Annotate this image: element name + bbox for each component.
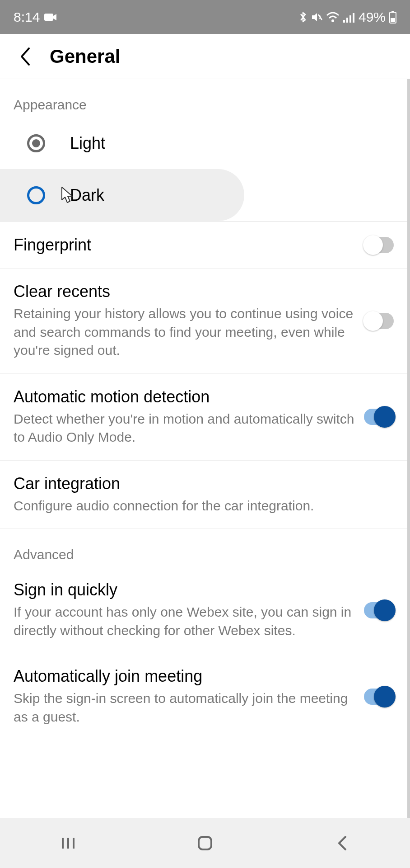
clear-recents-desc: Retaining your history allows you to con… <box>14 305 355 360</box>
motion-toggle[interactable] <box>364 409 394 425</box>
sign-in-quickly-row[interactable]: Sign in quickly If your account has only… <box>0 567 407 653</box>
clear-recents-title: Clear recents <box>14 282 355 301</box>
app-header: General <box>0 34 410 79</box>
signin-title: Sign in quickly <box>14 580 355 599</box>
appearance-light-option[interactable]: Light <box>0 117 407 169</box>
clear-recents-row[interactable]: Clear recents Retaining your history all… <box>0 268 407 373</box>
signin-desc: If your account has only one Webex site,… <box>14 603 355 640</box>
status-time: 8:14 <box>14 9 40 25</box>
autojoin-toggle[interactable] <box>364 689 394 705</box>
car-desc: Configure audio connection for the car i… <box>14 497 385 515</box>
battery-percent: 49% <box>359 9 386 25</box>
motion-desc: Detect whether you're in motion and auto… <box>14 410 355 447</box>
battery-icon <box>389 11 396 24</box>
appearance-dark-option[interactable]: Dark <box>0 169 244 221</box>
car-title: Car integration <box>14 474 385 493</box>
fingerprint-row[interactable]: Fingerprint <box>0 222 407 268</box>
back-button[interactable] <box>14 45 36 68</box>
svg-rect-0 <box>44 14 53 21</box>
svg-rect-4 <box>346 18 348 23</box>
camera-icon <box>44 13 57 22</box>
auto-join-row[interactable]: Automatically join meeting Skip the sign… <box>0 653 407 740</box>
signin-toggle[interactable] <box>364 602 394 618</box>
android-nav-bar <box>0 818 410 868</box>
motion-detection-row[interactable]: Automatic motion detection Detect whethe… <box>0 373 407 460</box>
fingerprint-title: Fingerprint <box>14 236 355 255</box>
motion-title: Automatic motion detection <box>14 387 355 406</box>
svg-rect-13 <box>199 837 211 849</box>
signal-icon <box>343 12 355 23</box>
section-advanced-label: Advanced <box>0 529 407 567</box>
status-bar: 8:14 49% <box>0 0 410 34</box>
section-appearance-label: Appearance <box>0 79 407 117</box>
radio-selected-icon <box>27 134 45 152</box>
svg-rect-6 <box>353 13 354 23</box>
autojoin-desc: Skip the sign-in screen to automatically… <box>14 689 355 726</box>
fingerprint-toggle[interactable] <box>364 237 394 253</box>
appearance-dark-label: Dark <box>70 186 104 205</box>
svg-rect-5 <box>349 15 351 23</box>
svg-rect-3 <box>343 20 345 23</box>
wifi-icon <box>326 12 340 23</box>
autojoin-title: Automatically join meeting <box>14 667 355 686</box>
svg-rect-9 <box>391 18 395 22</box>
appearance-light-label: Light <box>70 134 105 153</box>
page-title: General <box>50 46 120 67</box>
bluetooth-icon <box>299 11 307 24</box>
home-button[interactable] <box>191 830 219 857</box>
car-integration-row[interactable]: Car integration Configure audio connecti… <box>0 460 407 529</box>
mute-icon <box>311 11 322 23</box>
recents-button[interactable] <box>55 830 82 857</box>
svg-point-2 <box>331 19 334 22</box>
clear-recents-toggle[interactable] <box>364 313 394 329</box>
nav-back-button[interactable] <box>328 830 355 857</box>
radio-unselected-icon <box>27 186 45 204</box>
settings-content: Appearance Light Dark Fingerprint Clear … <box>0 79 410 818</box>
